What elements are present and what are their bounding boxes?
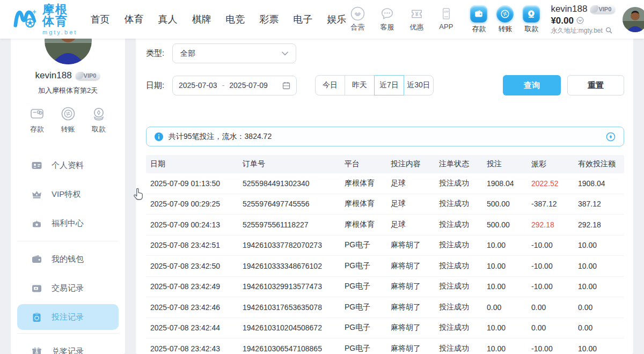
withdraw-icon xyxy=(91,106,107,122)
date-from: 2025-07-03 xyxy=(179,81,217,90)
nav-item-slots[interactable]: 电子 xyxy=(293,13,312,26)
sidebar-item-vip[interactable]: VIP特权 xyxy=(17,180,119,209)
table-row: 2025-07-08 23:42:46 1942610317653635078 … xyxy=(146,297,624,318)
sidebar-deposit-button[interactable]: 存款 xyxy=(29,106,45,134)
calendar-icon xyxy=(282,82,290,90)
cell-order: 5255984491302340 xyxy=(243,179,345,188)
cell-platform: PG电子 xyxy=(345,261,391,271)
cell-valid: 1908.04 xyxy=(578,179,624,188)
cell-bet: 500.00 xyxy=(487,220,531,229)
date-filter-row: 日期: 2025-07-03 - 2025-07-09 今日 昨天 近7日 近3… xyxy=(146,75,624,95)
search-icon[interactable] xyxy=(605,27,612,34)
date-to: 2025-07-09 xyxy=(229,81,268,90)
cell-content: 麻将胡了 xyxy=(391,282,439,291)
transfer-icon xyxy=(60,106,76,122)
cell-bet: 500.00 xyxy=(487,200,531,208)
cell-platform: PG电子 xyxy=(345,323,391,333)
nav-item-sports[interactable]: 体育 xyxy=(124,13,143,26)
brand-name: 摩根体育 xyxy=(42,4,77,27)
crown-icon xyxy=(31,189,42,200)
sidebar-avatar[interactable] xyxy=(45,39,92,64)
withdraw-button[interactable]: 取款 xyxy=(523,5,540,34)
cell-payout: -10.00 xyxy=(531,344,578,353)
cell-payout: -10.00 xyxy=(531,262,578,270)
date-range-picker[interactable]: 2025-07-03 - 2025-07-09 xyxy=(172,76,297,95)
bet-records-table: 日期 订单号 平台 投注内容 注单状态 投注 派彩 有效投注额 2025-07-… xyxy=(146,155,624,354)
col-bet: 投注 xyxy=(487,159,531,169)
range-7days-button[interactable]: 近7日 xyxy=(374,75,404,95)
deposit-button[interactable]: 存款 xyxy=(470,5,487,34)
nav-item-lottery[interactable]: 彩票 xyxy=(259,13,279,26)
range-today-button[interactable]: 今日 xyxy=(315,75,345,95)
transfer-icon xyxy=(496,5,514,23)
type-select[interactable]: 全部 xyxy=(172,43,296,63)
summary-refresh-icon[interactable] xyxy=(606,132,616,142)
cell-time: 2025-07-08 23:42:51 xyxy=(150,241,243,249)
brand-logo[interactable]: 摩根体育 mgty.bet xyxy=(13,4,77,35)
cell-payout: -10.00 xyxy=(531,241,578,249)
cell-time: 2025-07-08 23:42:49 xyxy=(150,282,243,291)
date-label: 日期: xyxy=(146,80,172,91)
nav-item-live[interactable]: 真人 xyxy=(158,13,177,26)
cell-payout: 0.00 xyxy=(531,303,578,312)
cell-platform: PG电子 xyxy=(345,282,391,291)
type-label: 类型: xyxy=(146,48,172,58)
nav-item-cards[interactable]: 棋牌 xyxy=(192,13,211,26)
username: kevin188 xyxy=(551,4,587,14)
customer-service-link[interactable]: 客服 xyxy=(376,6,398,32)
bet-records-icon xyxy=(31,312,42,323)
sidebar-item-transactions[interactable]: 交易记录 xyxy=(17,274,119,303)
benefits-icon xyxy=(31,218,42,229)
col-status: 注单状态 xyxy=(439,159,487,169)
cell-valid: 10.00 xyxy=(578,282,624,291)
table-row: 2025-07-09 00:24:13 5255975561118227 摩根体… xyxy=(146,215,624,235)
sidebar-item-wallet[interactable]: 我的钱包 xyxy=(17,245,119,274)
date-separator: - xyxy=(222,81,225,90)
info-icon xyxy=(155,132,163,141)
deposit-icon xyxy=(29,106,45,122)
sidebar: kevin188 VIP0 加入摩根体育第2天 存款 xyxy=(11,39,125,354)
quick-range-group: 今日 昨天 近7日 近30日 xyxy=(315,75,434,95)
type-filter-row: 类型: 全部 xyxy=(146,43,624,63)
cell-time: 2025-07-08 23:42:50 xyxy=(150,262,243,270)
brand-domain: mgty.bet xyxy=(42,30,77,35)
cell-valid: 292.18 xyxy=(578,220,624,229)
sidebar-menu: 个人资料 VIP特权 xyxy=(11,151,125,354)
app-download-link[interactable]: APP APP xyxy=(435,6,457,32)
logo-icon xyxy=(13,7,38,32)
sidebar-item-bet-records[interactable]: 投注记录 xyxy=(17,304,119,330)
reset-button[interactable]: 重置 xyxy=(567,75,624,95)
bet-records-panel: 类型: 全部 日期: 2025-07-03 - 2025-07-09 xyxy=(136,39,633,354)
cell-time: 2025-07-08 23:42:46 xyxy=(150,303,243,312)
range-30days-button[interactable]: 近30日 xyxy=(404,75,434,95)
col-date: 日期 xyxy=(150,159,243,169)
cell-platform: 摩根体育 xyxy=(345,199,391,209)
cell-platform: 摩根体育 xyxy=(345,179,391,188)
col-payout: 派彩 xyxy=(531,159,578,169)
cell-status: 投注成功 xyxy=(439,323,487,333)
sidebar-item-profile[interactable]: 个人资料 xyxy=(17,151,119,180)
cell-status: 投注成功 xyxy=(439,344,487,353)
nav-item-entertainment[interactable]: 娱乐 xyxy=(327,13,346,26)
query-button[interactable]: 查询 xyxy=(503,75,561,95)
nav-item-home[interactable]: 首页 xyxy=(90,13,109,26)
cell-valid: 387.12 xyxy=(578,200,624,208)
sidebar-item-benefits[interactable]: 福利中心 xyxy=(17,209,119,238)
refresh-balance-icon[interactable] xyxy=(576,17,584,24)
cell-content: 麻将胡了 xyxy=(391,261,439,271)
partner-link[interactable]: 合营 xyxy=(346,6,369,32)
table-row: 2025-07-08 23:42:44 1942610310204508672 … xyxy=(146,318,624,339)
sidebar-withdraw-button[interactable]: 取款 xyxy=(91,106,107,134)
sidebar-transfer-button[interactable]: 转账 xyxy=(60,106,76,134)
range-yesterday-button[interactable]: 昨天 xyxy=(345,75,375,95)
promo-icon: ¥ xyxy=(409,6,424,21)
nav-item-esports[interactable]: 电竞 xyxy=(225,13,245,26)
transfer-button[interactable]: 转账 xyxy=(496,5,514,34)
avatar[interactable] xyxy=(623,7,644,32)
promotions-link[interactable]: ¥ 优惠 xyxy=(405,6,428,32)
withdraw-icon xyxy=(523,5,540,23)
sidebar-item-redeem-records[interactable]: R 兑奖记录 xyxy=(17,337,119,354)
cell-bet: 1908.04 xyxy=(487,179,531,188)
cell-bet: 10.00 xyxy=(487,344,531,353)
cell-bet: 10.00 xyxy=(487,282,531,291)
